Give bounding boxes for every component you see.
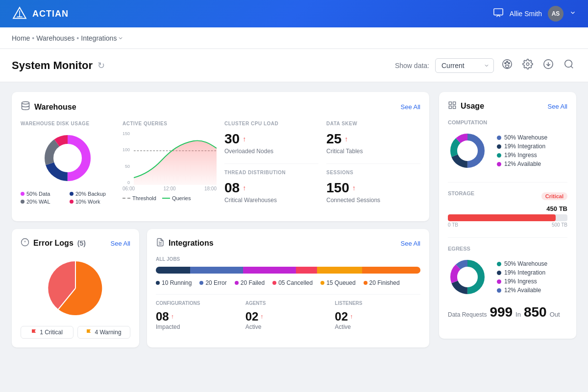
notifications-icon[interactable]	[493, 7, 504, 20]
jobs-legend-running: 10 Running	[156, 279, 192, 286]
warning-label: 4 Warning	[95, 329, 121, 336]
active-queries-chart	[134, 131, 217, 185]
disk-usage-label: WAREHOUSE DISK USAGE	[21, 121, 115, 126]
error-logs-title: Error Logs	[33, 239, 74, 248]
chart-x-labels: 06:00 12:00 18:00	[122, 186, 217, 191]
search-icon[interactable]	[562, 57, 576, 74]
show-data-select[interactable]: Current Last Hour Last Day Last Week	[435, 58, 494, 73]
storage-amount: 450 TB	[448, 205, 567, 212]
agents-stat: AGENTS 02 ↑ Active	[245, 300, 331, 330]
logo-text: ACTIAN	[32, 9, 69, 19]
data-requests-out-label: Out	[550, 311, 560, 318]
jobs-bar-failed	[243, 267, 296, 274]
svg-point-5	[505, 63, 506, 64]
usage-title-area: Usage	[448, 101, 484, 112]
computation-donut	[448, 131, 487, 172]
integrations-icon	[156, 238, 165, 249]
sessions-label: SESSIONS	[326, 170, 420, 175]
error-logs-card: Error Logs (5) See All	[12, 229, 139, 347]
storage-labels: 0 TB 500 TB	[448, 222, 567, 228]
divider-1	[448, 182, 567, 183]
usage-see-all[interactable]: See All	[548, 103, 567, 110]
svg-point-7	[508, 63, 510, 64]
integrations-header: Integrations See All	[156, 238, 420, 249]
jobs-bar-finished	[362, 267, 420, 274]
disk-usage-section: WAREHOUSE DISK USAGE	[21, 121, 115, 205]
storage-section: STORAGE Critical 450 TB 0 TB 500 TB	[448, 190, 567, 228]
cluster-cpu-label: CLUSTER CPU LOAD	[224, 121, 318, 126]
page-header: System Monitor ↻ Show data: Current Last…	[0, 49, 588, 82]
agents-sub: Active	[245, 323, 331, 330]
listeners-label: LISTENERS	[335, 300, 420, 306]
breadcrumb-warehouses[interactable]: Warehouses	[36, 34, 74, 42]
thread-dist-metric: THREAD DISTRIBUTION 08 ↑ Critical Wareho…	[224, 170, 318, 204]
svg-line-12	[571, 66, 573, 68]
data-requests-in-value: 999	[490, 304, 513, 320]
egress-row: 50% Warehouse 19% Integration 19% Ingres…	[448, 257, 567, 299]
metrics-col-2: DATA SKEW 25 ↑ Critical Tables SESSIONS …	[326, 121, 420, 212]
divider-2	[448, 237, 567, 238]
comp-legend-integration: 19% Integration	[497, 143, 547, 150]
data-skew-sublabel: Critical Tables	[326, 148, 420, 155]
settings-icon[interactable]	[520, 57, 535, 74]
threshold-legend: Threshold	[122, 195, 156, 201]
configurations-stat: CONFIGURATIONS 08 ↑ Impacted	[156, 300, 242, 330]
listeners-value: 02 ↑	[335, 310, 420, 323]
agents-arrow: ↑	[260, 313, 263, 320]
jobs-legend: 10 Running 20 Error 20 Failed 05 Cancell…	[156, 279, 420, 286]
egress-legend-warehouse: 50% Warehouse	[497, 260, 547, 267]
data-requests: Data Requests 999 In 850 Out	[448, 304, 567, 320]
critical-flag-icon	[31, 329, 37, 336]
actian-logo-icon	[12, 6, 27, 22]
sessions-arrow: ↑	[352, 184, 356, 192]
warning-flag-icon	[86, 329, 92, 336]
error-logs-pie	[21, 256, 130, 320]
svg-point-11	[565, 60, 572, 68]
show-data-label: Show data:	[395, 62, 429, 69]
error-flags: 1 Critical 4 Warning	[21, 326, 130, 339]
top-navigation: ACTIAN Allie Smith AS	[0, 0, 588, 27]
header-actions: Show data: Current Last Hour Last Day La…	[395, 57, 576, 74]
breadcrumb-integrations[interactable]: Integrations	[81, 34, 123, 42]
storage-title: STORAGE	[448, 190, 474, 196]
breadcrumb-sep-2: •	[76, 34, 79, 42]
error-pie-chart	[44, 256, 107, 320]
thread-dist-value: 08 ↑	[224, 180, 318, 196]
breadcrumb-nav: Home • Warehouses • Integrations	[0, 27, 588, 49]
thread-dist-label: THREAD DISTRIBUTION	[224, 170, 318, 175]
configurations-arrow: ↑	[171, 313, 174, 320]
computation-chart	[448, 131, 487, 170]
jobs-legend-error: 20 Error	[199, 279, 226, 286]
right-column: Usage See All COMPUTATION	[439, 92, 576, 347]
download-icon[interactable]	[541, 57, 556, 74]
palette-icon[interactable]	[500, 57, 514, 74]
agents-value: 02 ↑	[245, 310, 331, 323]
svg-point-35	[458, 141, 477, 161]
warning-badge: 4 Warning	[77, 326, 130, 339]
breadcrumb-home[interactable]: Home	[12, 34, 30, 42]
usage-icon	[448, 101, 457, 112]
integrations-see-all[interactable]: See All	[401, 240, 420, 247]
jobs-bar-error	[190, 267, 243, 274]
error-logs-see-all[interactable]: See All	[111, 240, 130, 247]
user-menu-chevron-icon[interactable]	[569, 9, 576, 18]
disk-usage-chart	[41, 131, 95, 185]
legend-item-backup: 20% Backup	[70, 191, 115, 197]
svg-rect-28	[453, 102, 456, 104]
svg-rect-30	[453, 106, 456, 109]
cluster-cpu-sublabel: Overloaded Nodes	[224, 148, 318, 155]
egress-donut	[448, 257, 487, 299]
avatar[interactable]: AS	[548, 6, 564, 22]
egress-title: EGRESS	[448, 246, 567, 252]
chart-legend: Threshold Queries	[122, 195, 217, 201]
refresh-icon[interactable]: ↻	[98, 60, 105, 71]
warehouse-see-all[interactable]: See All	[401, 103, 420, 111]
integrations-title: Integrations	[169, 239, 214, 248]
page-title-area: System Monitor ↻	[12, 59, 105, 72]
data-requests-label: Data Requests	[448, 311, 487, 318]
listeners-sub: Active	[335, 323, 420, 330]
legend-item-data: 50% Data	[21, 191, 66, 197]
user-area: Allie Smith AS	[493, 6, 576, 22]
logo-area: ACTIAN	[12, 6, 69, 22]
jobs-legend-finished: 20 Finished	[364, 279, 400, 286]
